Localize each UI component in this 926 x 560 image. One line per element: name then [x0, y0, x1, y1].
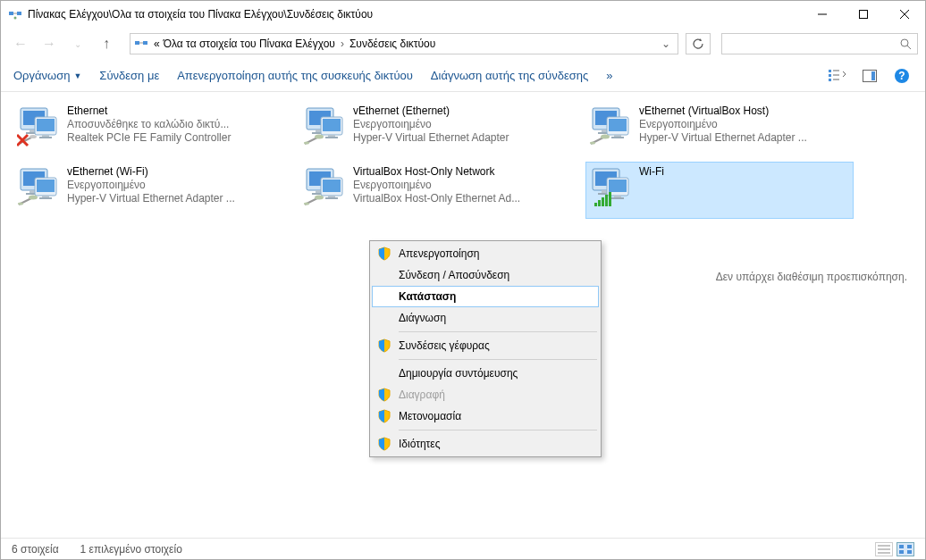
- connection-item[interactable]: VirtualBox Host-Only Network Ενεργοποιημ…: [299, 162, 568, 219]
- connection-status: Αποσυνδέθηκε το καλώδιο δικτύ...: [67, 118, 278, 130]
- blank-icon: [377, 311, 391, 325]
- context-menu-label: Διάγνωση: [399, 312, 590, 324]
- svg-point-3: [14, 17, 17, 20]
- diagnose-button[interactable]: Διάγνωση αυτής της σύνδεσης: [431, 69, 588, 82]
- connection-status: Ενεργοποιημένο: [639, 118, 850, 130]
- connection-description: Hyper-V Virtual Ethernet Adapter: [353, 131, 564, 144]
- connection-name: vEthernet (VirtualBox Host): [639, 104, 850, 117]
- back-button[interactable]: ←: [8, 31, 33, 56]
- svg-rect-84: [602, 197, 604, 206]
- minimize-button[interactable]: [802, 1, 843, 28]
- svg-point-53: [590, 142, 595, 145]
- preview-pane-button[interactable]: [859, 65, 880, 87]
- context-menu-label: Συνδέσεις γέφυρας: [399, 339, 590, 352]
- overflow-button[interactable]: »: [606, 69, 612, 82]
- blank-icon: [377, 366, 391, 380]
- context-menu-separator: [399, 430, 597, 430]
- connection-text: VirtualBox Host-Only Network Ενεργοποιημ…: [353, 165, 564, 205]
- breadcrumb-part-2[interactable]: Συνδέσεις δικτύου: [348, 38, 437, 50]
- address-bar[interactable]: « Όλα τα στοιχεία του Πίνακα Ελέγχου › Σ…: [130, 33, 678, 54]
- svg-point-72: [315, 196, 324, 200]
- organize-button[interactable]: Οργάνωση ▼: [13, 69, 81, 82]
- connection-name: Ethernet: [67, 104, 278, 117]
- svg-rect-71: [325, 197, 338, 199]
- recent-dropdown[interactable]: ⌄: [65, 31, 90, 56]
- location-icon: [134, 37, 148, 51]
- context-menu-label: Κατάσταση: [399, 290, 590, 303]
- svg-rect-61: [39, 197, 52, 199]
- svg-rect-30: [39, 137, 52, 138]
- connection-item[interactable]: vEthernet (Ethernet) Ενεργοποιημένο Hype…: [299, 101, 568, 158]
- svg-rect-51: [611, 137, 624, 138]
- svg-point-63: [18, 203, 23, 205]
- svg-rect-1: [17, 12, 21, 15]
- svg-rect-40: [328, 135, 335, 137]
- window-frame: Πίνακας Ελέγχου\Ολα τα στοιχεία του Πίνα…: [0, 0, 926, 560]
- details-view-button[interactable]: [875, 542, 893, 556]
- svg-point-31: [29, 135, 37, 138]
- context-menu-label: Μετονομασία: [399, 410, 590, 422]
- breadcrumb[interactable]: « Όλα τα στοιχεία του Πίνακα Ελέγχου › Σ…: [152, 38, 654, 50]
- address-dropdown-icon[interactable]: ⌄: [658, 38, 674, 50]
- status-bar: 6 στοιχεία 1 επιλεγμένο στοιχείο: [1, 538, 925, 559]
- connection-item[interactable]: vEthernet (Wi-Fi) Ενεργοποιημένο Hyper-V…: [13, 162, 282, 219]
- network-adapter-icon: [303, 165, 346, 208]
- app-icon: [8, 7, 22, 21]
- icons-view-button[interactable]: [897, 542, 914, 556]
- search-box[interactable]: [721, 33, 918, 54]
- context-menu-item[interactable]: Συνδέσεις γέφυρας: [372, 335, 599, 356]
- context-menu-item[interactable]: Διάγνωση: [372, 307, 599, 329]
- connection-item[interactable]: Wi-Fi: [585, 162, 854, 219]
- svg-point-52: [601, 135, 610, 139]
- connection-description: Hyper-V Virtual Ethernet Adapter ...: [67, 192, 278, 205]
- no-preview-label: Δεν υπάρχει διαθέσιμη προεπισκόπηση.: [716, 271, 907, 283]
- connect-with-button[interactable]: Σύνδεση με: [99, 69, 159, 82]
- svg-rect-81: [611, 197, 624, 199]
- disable-device-button[interactable]: Απενεργοποίηση αυτής της συσκευής δικτύο…: [177, 69, 413, 82]
- svg-rect-29: [42, 135, 49, 137]
- context-menu-item[interactable]: Δημιουργία συντόμευσης: [372, 363, 599, 384]
- svg-rect-86: [609, 192, 611, 206]
- connection-item[interactable]: vEthernet (VirtualBox Host) Ενεργοποιημέ…: [585, 101, 854, 158]
- connection-name: vEthernet (Ethernet): [353, 104, 564, 117]
- context-menu-item[interactable]: Ιδιότητες: [372, 433, 599, 455]
- svg-rect-85: [605, 195, 608, 206]
- close-button[interactable]: [884, 1, 925, 28]
- context-menu-label: Σύνδεση / Αποσύνδεση: [399, 269, 590, 281]
- connection-item[interactable]: Ethernet Αποσυνδέθηκε το καλώδιο δικτύ..…: [13, 101, 282, 158]
- view-options-button[interactable]: [827, 65, 848, 87]
- network-adapter-icon: [17, 104, 60, 147]
- help-button[interactable]: ?: [891, 65, 913, 87]
- search-input[interactable]: [728, 38, 899, 50]
- svg-rect-20: [871, 71, 875, 80]
- nav-bar: ← → ⌄ ↑ « Όλα τα στοιχεία του Πίνακα Ελέ…: [1, 28, 925, 60]
- context-menu-item[interactable]: Κατάσταση: [372, 286, 599, 307]
- search-icon: [899, 38, 912, 50]
- svg-rect-82: [594, 203, 597, 206]
- connection-description: Hyper-V Virtual Ethernet Adapter ...: [639, 131, 850, 144]
- connection-name: Wi-Fi: [639, 165, 850, 178]
- connection-status: Ενεργοποιημένο: [353, 118, 564, 130]
- refresh-button[interactable]: [686, 33, 711, 54]
- connection-text: vEthernet (Wi-Fi) Ενεργοποιημένο Hyper-V…: [67, 165, 278, 205]
- shield-icon: [377, 339, 391, 353]
- connection-description: VirtualBox Host-Only Ethernet Ad...: [353, 192, 564, 205]
- svg-line-12: [907, 46, 911, 49]
- maximize-button[interactable]: [843, 1, 884, 28]
- context-menu: ΑπενεργοποίησηΣύνδεση / ΑποσύνδεσηΚατάστ…: [369, 240, 602, 457]
- svg-rect-15: [829, 79, 831, 81]
- svg-rect-14: [829, 74, 831, 77]
- up-button[interactable]: ↑: [94, 31, 119, 56]
- breadcrumb-part-1[interactable]: Όλα τα στοιχεία του Πίνακα Ελέγχου: [162, 38, 337, 50]
- forward-button[interactable]: →: [37, 31, 62, 56]
- context-menu-item[interactable]: Σύνδεση / Αποσύνδεση: [372, 264, 599, 286]
- context-menu-label: Διαγραφή: [399, 389, 590, 401]
- context-menu-item[interactable]: Απενεργοποίηση: [372, 243, 599, 264]
- svg-rect-70: [328, 196, 335, 197]
- network-adapter-icon: [17, 165, 60, 208]
- svg-rect-0: [9, 12, 13, 15]
- svg-point-11: [901, 39, 908, 46]
- context-menu-item[interactable]: Μετονομασία: [372, 405, 599, 427]
- svg-rect-80: [614, 196, 621, 197]
- connection-text: vEthernet (VirtualBox Host) Ενεργοποιημέ…: [639, 104, 850, 144]
